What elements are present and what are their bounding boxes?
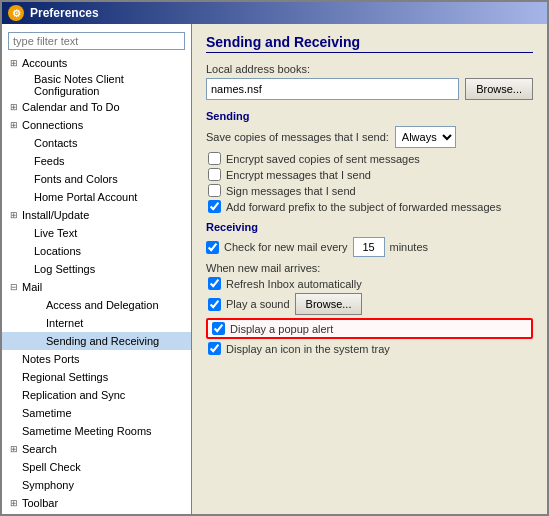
tree-item-label: Internet (46, 317, 83, 329)
check-mail-row: Check for new mail every minutes (206, 237, 533, 257)
tree-expander[interactable]: ⊞ (6, 495, 22, 511)
sign-messages-label: Sign messages that I send (226, 185, 356, 197)
sidebar-item-search[interactable]: ⊞Search (2, 440, 191, 458)
save-copies-row: Save copies of messages that I send: Alw… (206, 126, 533, 148)
tree-item-label: Spell Check (22, 461, 81, 473)
tree-item-label: Toolbar (22, 497, 58, 509)
popup-alert-checkbox[interactable] (212, 322, 225, 335)
encrypt-saved-row: Encrypt saved copies of sent messages (206, 152, 533, 165)
tree-item-label: Contacts (34, 137, 77, 149)
tree-item-label: Symphony (22, 479, 74, 491)
address-books-browse-button[interactable]: Browse... (465, 78, 533, 100)
add-forward-prefix-label: Add forward prefix to the subject of for… (226, 201, 501, 213)
main-panel: Sending and Receiving Local address book… (192, 24, 547, 514)
tree-item-label: Live Text (34, 227, 77, 239)
tree-item-label: Access and Delegation (46, 299, 159, 311)
tree-item-label: Locations (34, 245, 81, 257)
sidebar-item-home-portal[interactable]: Home Portal Account (2, 188, 191, 206)
sidebar-item-replication-sync[interactable]: Replication and Sync (2, 386, 191, 404)
tree-expander[interactable]: ⊟ (6, 279, 22, 295)
tree-item-label: Notes Ports (22, 353, 79, 365)
sidebar-item-access-delegation[interactable]: Access and Delegation (2, 296, 191, 314)
play-sound-checkbox[interactable] (208, 298, 221, 311)
sending-section-title: Sending (206, 110, 533, 122)
sidebar-item-sametime-meeting[interactable]: Sametime Meeting Rooms (2, 422, 191, 440)
sidebar-item-sending-receiving[interactable]: Sending and Receiving (2, 332, 191, 350)
when-new-mail-label: When new mail arrives: (206, 262, 533, 274)
add-forward-prefix-row: Add forward prefix to the subject of for… (206, 200, 533, 213)
refresh-inbox-checkbox[interactable] (208, 277, 221, 290)
check-mail-checkbox[interactable] (206, 241, 219, 254)
sidebar-item-regional-settings[interactable]: Regional Settings (2, 368, 191, 386)
tree-item-label: Replication and Sync (22, 389, 125, 401)
sidebar-item-log-settings[interactable]: Log Settings (2, 260, 191, 278)
sign-messages-checkbox[interactable] (208, 184, 221, 197)
local-address-books-label: Local address books: (206, 63, 533, 75)
tree-expander[interactable]: ⊞ (6, 117, 22, 133)
sidebar-item-live-text[interactable]: Live Text (2, 224, 191, 242)
sidebar-item-locations[interactable]: Locations (2, 242, 191, 260)
sidebar-item-install-update[interactable]: ⊞Install/Update (2, 206, 191, 224)
sidebar-item-spell-check[interactable]: Spell Check (2, 458, 191, 476)
sidebar-item-basic-notes[interactable]: Basic Notes Client Configuration (2, 72, 191, 98)
title-bar: ⚙ Preferences (2, 2, 547, 24)
window-title: Preferences (30, 6, 99, 20)
sidebar-item-mail[interactable]: ⊟Mail (2, 278, 191, 296)
save-copies-select[interactable]: Always Never Ask (395, 126, 456, 148)
minutes-label: minutes (390, 241, 429, 253)
tree-item-label: Sending and Receiving (46, 335, 159, 347)
popup-alert-row: Display a popup alert (206, 318, 533, 339)
tree-item-label: Home Portal Account (34, 191, 137, 203)
sidebar-item-sametime[interactable]: Sametime (2, 404, 191, 422)
save-copies-label: Save copies of messages that I send: (206, 131, 389, 143)
sidebar-item-accounts[interactable]: ⊞Accounts (2, 54, 191, 72)
sidebar-item-web-browser[interactable]: Web Browser (2, 512, 191, 514)
address-books-row: Browse... (206, 78, 533, 100)
tree-container: ⊞AccountsBasic Notes Client Configuratio… (2, 54, 191, 514)
sidebar: ⊞AccountsBasic Notes Client Configuratio… (2, 24, 192, 514)
add-forward-prefix-checkbox[interactable] (208, 200, 221, 213)
preferences-window: ⚙ Preferences ⊞AccountsBasic Notes Clien… (0, 0, 549, 516)
play-sound-row: Play a sound Browse... (206, 293, 533, 315)
tree-item-label: Feeds (34, 155, 65, 167)
tree-item-label: Accounts (22, 57, 67, 69)
tree-item-label: Mail (22, 281, 42, 293)
sidebar-item-internet[interactable]: Internet (2, 314, 191, 332)
sidebar-item-fonts-colors[interactable]: Fonts and Colors (2, 170, 191, 188)
encrypt-saved-checkbox[interactable] (208, 152, 221, 165)
address-books-input[interactable] (206, 78, 459, 100)
tree-expander[interactable]: ⊞ (6, 441, 22, 457)
tree-item-label: Sametime (22, 407, 72, 419)
tree-item-label: Sametime Meeting Rooms (22, 425, 152, 437)
tree-item-label: Install/Update (22, 209, 89, 221)
refresh-inbox-row: Refresh Inbox automatically (206, 277, 533, 290)
sidebar-item-contacts[interactable]: Contacts (2, 134, 191, 152)
play-sound-label: Play a sound (226, 298, 290, 310)
section-title: Sending and Receiving (206, 34, 533, 53)
sidebar-item-toolbar[interactable]: ⊞Toolbar (2, 494, 191, 512)
sidebar-item-symphony[interactable]: Symphony (2, 476, 191, 494)
tree-item-label: Calendar and To Do (22, 101, 120, 113)
filter-input[interactable] (8, 32, 185, 50)
tree-item-label: Log Settings (34, 263, 95, 275)
window-icon: ⚙ (8, 5, 24, 21)
system-tray-label: Display an icon in the system tray (226, 343, 390, 355)
encrypt-send-row: Encrypt messages that I send (206, 168, 533, 181)
sidebar-item-notes-ports[interactable]: Notes Ports (2, 350, 191, 368)
sidebar-item-connections[interactable]: ⊞Connections (2, 116, 191, 134)
minutes-input[interactable] (353, 237, 385, 257)
sending-checkboxes: Encrypt saved copies of sent messagesEnc… (206, 152, 533, 213)
tree-expander[interactable]: ⊞ (6, 55, 22, 71)
encrypt-send-checkbox[interactable] (208, 168, 221, 181)
tree-expander[interactable]: ⊞ (6, 99, 22, 115)
tree-item-label: Basic Notes Client Configuration (34, 73, 191, 97)
tree-item-label: Fonts and Colors (34, 173, 118, 185)
tree-expander[interactable]: ⊞ (6, 207, 22, 223)
sidebar-item-calendar[interactable]: ⊞Calendar and To Do (2, 98, 191, 116)
system-tray-checkbox[interactable] (208, 342, 221, 355)
sidebar-item-feeds[interactable]: Feeds (2, 152, 191, 170)
sign-messages-row: Sign messages that I send (206, 184, 533, 197)
play-sound-browse-button[interactable]: Browse... (295, 293, 363, 315)
check-mail-label: Check for new mail every (224, 241, 348, 253)
receiving-section-title: Receiving (206, 221, 533, 233)
